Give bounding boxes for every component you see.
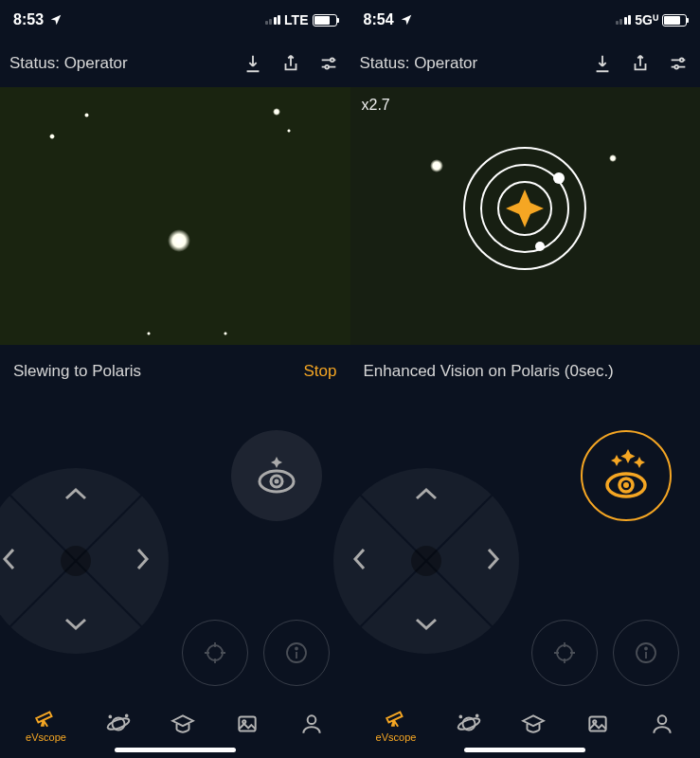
crosshair-icon xyxy=(552,641,577,665)
battery-icon xyxy=(313,14,337,27)
planet-icon xyxy=(457,712,481,736)
svg-point-25 xyxy=(557,645,572,660)
info-icon xyxy=(284,641,309,665)
telescope-icon xyxy=(384,705,408,730)
person-icon xyxy=(650,712,674,736)
crosshair-icon xyxy=(203,641,227,665)
svg-point-30 xyxy=(476,714,477,716)
stop-button[interactable]: Stop xyxy=(304,362,337,381)
ios-status-bar: 8:53 LTE xyxy=(0,0,350,40)
svg-point-31 xyxy=(459,716,461,718)
crosshair-button[interactable] xyxy=(182,620,248,686)
dpad-left-button[interactable] xyxy=(0,546,19,576)
svg-point-20 xyxy=(553,172,565,184)
info-button[interactable] xyxy=(263,620,330,686)
image-icon xyxy=(585,712,610,736)
settings-sliders-icon[interactable] xyxy=(318,53,339,74)
ios-home-indicator[interactable] xyxy=(115,748,236,752)
planet-icon xyxy=(106,712,131,736)
status-action-row: Slewing to Polaris Stop xyxy=(0,345,350,398)
dpad-center[interactable] xyxy=(61,546,91,576)
app-header: Status: Operator xyxy=(0,40,350,87)
svg-point-1 xyxy=(325,65,329,69)
control-panel xyxy=(350,398,701,690)
crosshair-button[interactable] xyxy=(531,620,598,686)
dpad-right-button[interactable] xyxy=(133,546,152,576)
dpad-down-button[interactable] xyxy=(413,614,440,637)
svg-point-4 xyxy=(274,479,278,484)
location-icon xyxy=(49,13,63,27)
network-label: 5Gᵁ xyxy=(635,12,658,27)
dpad-right-button[interactable] xyxy=(483,546,502,576)
share-icon[interactable] xyxy=(630,53,651,74)
person-icon xyxy=(299,712,324,736)
nav-evscope[interactable]: eVscope xyxy=(376,705,417,743)
svg-point-5 xyxy=(207,645,223,660)
ios-home-indicator[interactable] xyxy=(464,748,585,752)
telescope-icon xyxy=(33,705,58,730)
enhanced-vision-button[interactable] xyxy=(231,430,322,521)
nav-learn[interactable] xyxy=(521,712,546,736)
status-label: Status: Operator xyxy=(9,54,128,73)
network-label: LTE xyxy=(284,12,308,27)
nav-gallery[interactable] xyxy=(585,712,610,736)
svg-point-0 xyxy=(330,59,333,63)
status-action-row: Enhanced Vision on Polaris (0sec.) xyxy=(350,345,701,398)
telescope-viewport[interactable] xyxy=(0,87,350,345)
svg-point-15 xyxy=(680,59,684,63)
dpad-up-button[interactable] xyxy=(63,485,89,508)
enhanced-vision-button[interactable] xyxy=(581,430,672,521)
enhanced-vision-status: Enhanced Vision on Polaris (0sec.) xyxy=(364,362,614,381)
svg-point-34 xyxy=(658,715,667,724)
signal-bars-icon xyxy=(265,15,281,25)
battery-icon xyxy=(662,14,687,27)
download-icon[interactable] xyxy=(242,53,263,74)
ios-status-bar: 8:54 5Gᵁ xyxy=(350,0,701,40)
settings-sliders-icon[interactable] xyxy=(668,53,689,74)
nav-label: eVscope xyxy=(26,731,66,743)
mortarboard-icon xyxy=(521,712,546,736)
nav-gallery[interactable] xyxy=(235,712,260,736)
app-header: Status: Operator xyxy=(350,40,701,87)
nav-explore[interactable] xyxy=(106,712,131,736)
ios-time: 8:54 xyxy=(364,11,394,28)
nav-user[interactable] xyxy=(299,712,324,736)
control-panel xyxy=(0,398,350,690)
signal-bars-icon xyxy=(616,15,632,25)
svg-point-21 xyxy=(535,242,545,251)
slewing-status: Slewing to Polaris xyxy=(13,362,141,381)
nav-user[interactable] xyxy=(650,712,674,736)
dpad-center[interactable] xyxy=(411,546,441,576)
svg-point-7 xyxy=(296,648,297,650)
dpad-down-button[interactable] xyxy=(63,614,89,637)
svg-point-27 xyxy=(645,648,647,650)
nav-evscope[interactable]: eVscope xyxy=(26,705,66,743)
svg-point-10 xyxy=(126,714,128,716)
download-icon[interactable] xyxy=(592,53,613,74)
svg-point-16 xyxy=(674,65,678,69)
phone-screen-right: 8:54 5Gᵁ Status: Operator x2.7 xyxy=(350,0,701,758)
status-label: Status: Operator xyxy=(360,54,478,73)
svg-point-24 xyxy=(623,482,629,488)
svg-rect-32 xyxy=(589,716,605,731)
orbit-star-icon xyxy=(449,133,601,284)
image-icon xyxy=(235,712,260,736)
share-icon[interactable] xyxy=(280,53,301,74)
info-icon xyxy=(634,641,658,665)
location-icon xyxy=(400,13,413,27)
direction-pad xyxy=(0,468,169,654)
nav-learn[interactable] xyxy=(171,712,195,736)
dpad-left-button[interactable] xyxy=(350,546,369,576)
info-button[interactable] xyxy=(613,620,679,686)
direction-pad xyxy=(333,468,519,654)
nav-explore[interactable] xyxy=(457,712,481,736)
mortarboard-icon xyxy=(171,712,195,736)
ios-time: 8:53 xyxy=(13,11,44,28)
nav-label: eVscope xyxy=(376,731,417,743)
phone-screen-left: 8:53 LTE Status: Operator Slewing to P xyxy=(0,0,350,758)
dpad-up-button[interactable] xyxy=(413,485,440,508)
telescope-viewport[interactable]: x2.7 xyxy=(350,87,701,345)
zoom-level: x2.7 xyxy=(362,97,390,114)
svg-point-11 xyxy=(109,716,111,718)
svg-point-14 xyxy=(308,715,316,724)
